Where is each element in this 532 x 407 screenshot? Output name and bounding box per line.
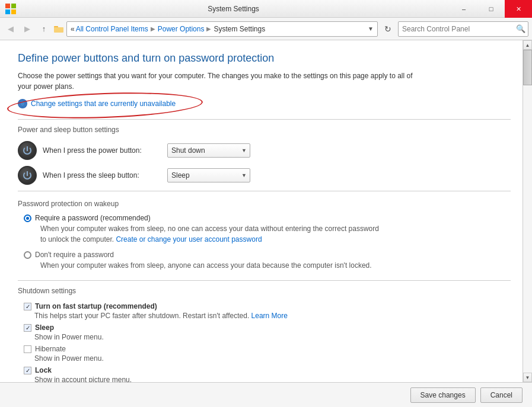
svg-rect-0 — [5, 4, 10, 8]
main-content: Define power buttons and turn on passwor… — [0, 40, 532, 382]
power-button-label: When I press the power button: — [43, 146, 161, 155]
bottom-bar: Save changes Cancel — [0, 382, 532, 407]
hibernate-checkbox[interactable] — [24, 345, 31, 353]
scroll-track — [523, 50, 532, 373]
app-icon — [5, 3, 17, 15]
breadcrumb-bar: « All Control Panel Items ▶ Power Option… — [66, 21, 378, 37]
up-button[interactable]: ↑ — [37, 22, 51, 36]
power-icon-bar — [27, 146, 28, 151]
power-button-icon — [18, 141, 37, 160]
power-button-select[interactable]: Shut down Sleep Hibernate Turn off the d… — [167, 143, 250, 158]
sleep-group: Sleep Show in Power menu. — [18, 323, 511, 341]
no-password-radio[interactable] — [24, 251, 31, 259]
breadcrumb-arrow-1: ▶ — [151, 25, 155, 32]
window-title: System Settings — [17, 5, 450, 13]
sleep-icon-bar — [27, 171, 28, 176]
sleep-button-select[interactable]: Sleep Hibernate Shut down Turn off the d… — [167, 168, 250, 182]
shutdown-section: Shutdown settings Turn on fast startup (… — [18, 280, 511, 382]
change-settings-wrapper: Change settings that are currently unava… — [18, 99, 176, 108]
power-button-select-wrapper: Shut down Sleep Hibernate Turn off the d… — [167, 143, 250, 158]
lock-wrapper: Lock — [18, 366, 511, 374]
section-divider-2 — [18, 191, 511, 191]
no-password-description: When your computer wakes from sleep, any… — [40, 260, 384, 271]
search-input[interactable] — [402, 25, 516, 33]
content-panel: Define power buttons and turn on passwor… — [0, 40, 523, 382]
breadcrumb-sep: « — [71, 25, 75, 33]
hibernate-sublabel: Show in Power menu. — [34, 354, 511, 363]
sleep-button-row: When I press the sleep button: Sleep Hib… — [18, 166, 511, 185]
scroll-thumb[interactable] — [523, 50, 532, 85]
forward-button[interactable]: ▶ — [20, 22, 34, 36]
lock-checkbox[interactable] — [24, 367, 31, 374]
no-password-option: Don't require a password When your compu… — [18, 251, 511, 271]
scroll-up-arrow[interactable]: ▲ — [523, 40, 532, 50]
fast-startup-sublabel: This helps start your PC faster after sh… — [34, 312, 511, 320]
lock-sublabel: Show in account picture menu. — [34, 376, 511, 382]
require-password-radio[interactable] — [24, 214, 31, 222]
save-button[interactable]: Save changes — [410, 387, 476, 403]
change-settings-text: Change settings that are currently unava… — [31, 100, 176, 108]
require-password-option: Require a password (recommended) When yo… — [18, 214, 511, 245]
no-password-text: Don't require a password — [35, 251, 114, 259]
shield-icon — [18, 99, 27, 108]
page-title: Define power buttons and turn on passwor… — [18, 52, 511, 65]
breadcrumb-dropdown[interactable]: ▼ — [368, 25, 374, 32]
scrollbar: ▲ ▼ — [523, 40, 532, 382]
page-description: Choose the power settings that you want … — [18, 70, 421, 92]
sleep-wrapper: Sleep — [18, 323, 511, 332]
change-settings-link[interactable]: Change settings that are currently unava… — [18, 99, 176, 108]
require-password-text: Require a password (recommended) — [35, 214, 151, 222]
title-bar: System Settings – □ ✕ — [0, 0, 532, 18]
close-button[interactable]: ✕ — [505, 0, 532, 18]
breadcrumb-power-options[interactable]: Power Options — [158, 25, 205, 33]
breadcrumb-current: System Settings — [214, 25, 265, 33]
sleep-button-select-wrapper: Sleep Hibernate Shut down Turn off the d… — [167, 168, 250, 182]
scroll-down-arrow[interactable]: ▼ — [523, 373, 532, 382]
hibernate-label: Hibernate — [35, 345, 66, 353]
hibernate-wrapper: Hibernate — [18, 345, 511, 353]
section-divider-1 — [18, 119, 511, 120]
svg-rect-5 — [54, 27, 63, 33]
search-icon: 🔍 — [516, 24, 525, 33]
require-password-label[interactable]: Require a password (recommended) — [24, 214, 511, 222]
fast-startup-label: Turn on fast startup (recommended) — [35, 302, 157, 310]
maximize-button[interactable]: □ — [477, 0, 505, 18]
sleep-label: Sleep — [35, 323, 54, 332]
folder-icon — [53, 24, 64, 34]
address-bar: ◀ ▶ ↑ « All Control Panel Items ▶ Power … — [0, 18, 532, 40]
svg-rect-3 — [11, 9, 16, 14]
cancel-button[interactable]: Cancel — [480, 387, 523, 403]
sleep-button-label: When I press the sleep button: — [43, 171, 161, 180]
password-section-title: Password protection on wakeup — [18, 200, 511, 208]
breadcrumb-arrow-2: ▶ — [206, 25, 211, 32]
fast-startup-checkbox[interactable] — [24, 303, 31, 310]
back-button[interactable]: ◀ — [4, 22, 18, 36]
sleep-sublabel: Show in Power menu. — [34, 333, 511, 341]
svg-rect-1 — [11, 4, 16, 8]
svg-rect-2 — [5, 9, 10, 14]
create-password-link[interactable]: Create or change your user account passw… — [116, 235, 262, 243]
sleep-checkbox[interactable] — [24, 324, 31, 332]
fast-startup-group: Turn on fast startup (recommended) This … — [18, 302, 511, 320]
refresh-button[interactable]: ↻ — [380, 21, 396, 37]
search-box: 🔍 — [398, 21, 528, 37]
section-divider-3 — [18, 280, 511, 281]
power-sleep-section-title: Power and sleep button settings — [18, 126, 511, 134]
sleep-button-icon — [18, 166, 37, 185]
fast-startup-wrapper: Turn on fast startup (recommended) — [18, 302, 511, 310]
no-password-label[interactable]: Don't require a password — [24, 251, 511, 259]
learn-more-link[interactable]: Learn More — [251, 312, 288, 320]
lock-label: Lock — [35, 366, 52, 374]
hibernate-group: Hibernate Show in Power menu. — [18, 345, 511, 363]
window-controls: – □ ✕ — [450, 0, 532, 17]
minimize-button[interactable]: – — [450, 0, 477, 18]
power-button-row: When I press the power button: Shut down… — [18, 141, 511, 160]
breadcrumb-all-control-panel[interactable]: All Control Panel Items — [76, 25, 148, 33]
lock-group: Lock Show in account picture menu. — [18, 366, 511, 382]
shutdown-section-title: Shutdown settings — [18, 287, 511, 295]
require-password-description: When your computer wakes from sleep, no … — [40, 223, 384, 245]
